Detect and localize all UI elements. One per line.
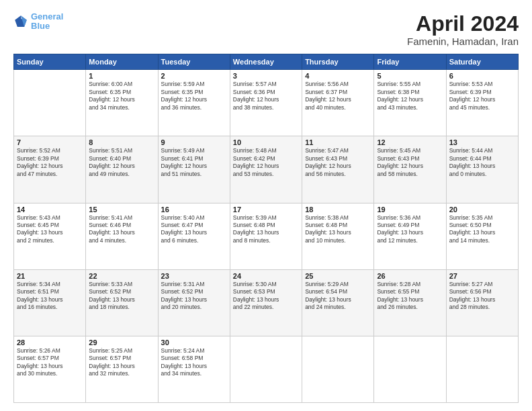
table-row: 14Sunrise: 5:43 AMSunset: 6:45 PMDayligh…	[14, 203, 86, 269]
table-row: 26Sunrise: 5:28 AMSunset: 6:55 PMDayligh…	[374, 269, 446, 336]
logo-icon	[13, 14, 28, 29]
day-info: Sunrise: 5:49 AMSunset: 6:41 PMDaylight:…	[161, 147, 227, 178]
table-row: 27Sunrise: 5:27 AMSunset: 6:56 PMDayligh…	[446, 269, 518, 336]
day-info: Sunrise: 5:31 AMSunset: 6:52 PMDaylight:…	[161, 281, 227, 312]
day-info: Sunrise: 5:39 AMSunset: 6:48 PMDaylight:…	[233, 214, 299, 245]
day-number: 10	[233, 138, 299, 146]
day-number: 27	[449, 272, 515, 280]
table-row: 19Sunrise: 5:36 AMSunset: 6:49 PMDayligh…	[374, 203, 446, 269]
table-row: 24Sunrise: 5:30 AMSunset: 6:53 PMDayligh…	[230, 269, 302, 336]
th-tuesday: Tuesday	[158, 54, 230, 70]
day-number: 1	[89, 72, 154, 80]
day-number: 23	[161, 272, 227, 280]
logo: General Blue	[13, 12, 63, 32]
table-row: 29Sunrise: 5:25 AMSunset: 6:57 PMDayligh…	[86, 336, 158, 402]
calendar-week-row: 1Sunrise: 6:00 AMSunset: 6:35 PMDaylight…	[14, 70, 519, 136]
table-row: 17Sunrise: 5:39 AMSunset: 6:48 PMDayligh…	[230, 203, 302, 269]
day-number: 22	[89, 272, 154, 280]
day-info: Sunrise: 5:24 AMSunset: 6:58 PMDaylight:…	[161, 347, 227, 378]
table-row: 11Sunrise: 5:47 AMSunset: 6:43 PMDayligh…	[302, 136, 374, 203]
table-row: 4Sunrise: 5:56 AMSunset: 6:37 PMDaylight…	[302, 70, 374, 136]
day-number: 3	[233, 72, 299, 80]
day-info: Sunrise: 5:38 AMSunset: 6:48 PMDaylight:…	[305, 214, 371, 245]
logo-line1: General	[31, 11, 63, 21]
day-number: 19	[377, 205, 443, 214]
day-info: Sunrise: 5:36 AMSunset: 6:49 PMDaylight:…	[377, 214, 443, 245]
day-info: Sunrise: 5:30 AMSunset: 6:53 PMDaylight:…	[233, 281, 299, 312]
day-info: Sunrise: 5:44 AMSunset: 6:44 PMDaylight:…	[449, 147, 515, 178]
title-block: April 2024 Famenin, Hamadan, Iran	[407, 12, 519, 47]
day-info: Sunrise: 5:51 AMSunset: 6:40 PMDaylight:…	[89, 147, 154, 178]
th-monday: Monday	[86, 54, 158, 70]
day-info: Sunrise: 5:43 AMSunset: 6:45 PMDaylight:…	[17, 214, 83, 245]
day-number: 5	[377, 72, 443, 80]
day-info: Sunrise: 5:34 AMSunset: 6:51 PMDaylight:…	[17, 281, 83, 312]
day-info: Sunrise: 5:53 AMSunset: 6:39 PMDaylight:…	[449, 81, 515, 111]
header: General Blue April 2024 Famenin, Hamadan…	[13, 12, 519, 47]
calendar-week-row: 14Sunrise: 5:43 AMSunset: 6:45 PMDayligh…	[14, 203, 519, 269]
day-info: Sunrise: 5:41 AMSunset: 6:46 PMDaylight:…	[89, 214, 154, 245]
table-row: 15Sunrise: 5:41 AMSunset: 6:46 PMDayligh…	[86, 203, 158, 269]
day-number: 16	[161, 205, 227, 214]
day-number: 7	[17, 138, 83, 146]
table-row	[14, 70, 86, 136]
day-info: Sunrise: 5:57 AMSunset: 6:36 PMDaylight:…	[233, 81, 299, 111]
table-row: 6Sunrise: 5:53 AMSunset: 6:39 PMDaylight…	[446, 70, 518, 136]
day-number: 8	[89, 138, 154, 146]
table-row: 10Sunrise: 5:48 AMSunset: 6:42 PMDayligh…	[230, 136, 302, 203]
day-info: Sunrise: 5:27 AMSunset: 6:56 PMDaylight:…	[449, 281, 515, 312]
day-info: Sunrise: 5:59 AMSunset: 6:35 PMDaylight:…	[161, 81, 227, 111]
day-number: 30	[161, 338, 227, 347]
day-number: 4	[305, 72, 371, 80]
th-saturday: Saturday	[446, 54, 518, 70]
table-row: 8Sunrise: 5:51 AMSunset: 6:40 PMDaylight…	[86, 136, 158, 203]
day-number: 6	[449, 72, 515, 80]
day-info: Sunrise: 5:29 AMSunset: 6:54 PMDaylight:…	[305, 281, 371, 312]
table-row: 21Sunrise: 5:34 AMSunset: 6:51 PMDayligh…	[14, 269, 86, 336]
calendar-week-row: 21Sunrise: 5:34 AMSunset: 6:51 PMDayligh…	[14, 269, 519, 336]
table-row: 28Sunrise: 5:26 AMSunset: 6:57 PMDayligh…	[14, 336, 86, 402]
day-info: Sunrise: 5:52 AMSunset: 6:39 PMDaylight:…	[17, 147, 83, 178]
calendar-week-row: 28Sunrise: 5:26 AMSunset: 6:57 PMDayligh…	[14, 336, 519, 402]
th-wednesday: Wednesday	[230, 54, 302, 70]
table-row	[374, 336, 446, 402]
page: General Blue April 2024 Famenin, Hamadan…	[0, 0, 532, 411]
day-info: Sunrise: 5:40 AMSunset: 6:47 PMDaylight:…	[161, 214, 227, 245]
page-subtitle: Famenin, Hamadan, Iran	[407, 36, 519, 47]
table-row: 12Sunrise: 5:45 AMSunset: 6:43 PMDayligh…	[374, 136, 446, 203]
day-number: 25	[305, 272, 371, 280]
th-sunday: Sunday	[14, 54, 86, 70]
table-row: 1Sunrise: 6:00 AMSunset: 6:35 PMDaylight…	[86, 70, 158, 136]
day-info: Sunrise: 5:56 AMSunset: 6:37 PMDaylight:…	[305, 81, 371, 111]
day-info: Sunrise: 5:45 AMSunset: 6:43 PMDaylight:…	[377, 147, 443, 178]
day-info: Sunrise: 5:35 AMSunset: 6:50 PMDaylight:…	[449, 214, 515, 245]
day-info: Sunrise: 5:26 AMSunset: 6:57 PMDaylight:…	[17, 347, 83, 378]
table-row: 13Sunrise: 5:44 AMSunset: 6:44 PMDayligh…	[446, 136, 518, 203]
day-number: 21	[17, 272, 83, 280]
day-info: Sunrise: 5:47 AMSunset: 6:43 PMDaylight:…	[305, 147, 371, 178]
table-row: 22Sunrise: 5:33 AMSunset: 6:52 PMDayligh…	[86, 269, 158, 336]
day-number: 9	[161, 138, 227, 146]
day-info: Sunrise: 5:25 AMSunset: 6:57 PMDaylight:…	[89, 347, 154, 378]
day-number: 18	[305, 205, 371, 214]
day-info: Sunrise: 5:55 AMSunset: 6:38 PMDaylight:…	[377, 81, 443, 111]
table-row: 25Sunrise: 5:29 AMSunset: 6:54 PMDayligh…	[302, 269, 374, 336]
table-row	[302, 336, 374, 402]
day-number: 20	[449, 205, 515, 214]
th-friday: Friday	[374, 54, 446, 70]
day-number: 14	[17, 205, 83, 214]
day-number: 15	[89, 205, 154, 214]
table-row	[446, 336, 518, 402]
table-row: 9Sunrise: 5:49 AMSunset: 6:41 PMDaylight…	[158, 136, 230, 203]
day-number: 17	[233, 205, 299, 214]
table-row: 5Sunrise: 5:55 AMSunset: 6:38 PMDaylight…	[374, 70, 446, 136]
table-row: 3Sunrise: 5:57 AMSunset: 6:36 PMDaylight…	[230, 70, 302, 136]
th-thursday: Thursday	[302, 54, 374, 70]
table-row: 18Sunrise: 5:38 AMSunset: 6:48 PMDayligh…	[302, 203, 374, 269]
logo-line2: Blue	[31, 21, 50, 31]
day-number: 24	[233, 272, 299, 280]
day-number: 28	[17, 338, 83, 347]
table-row: 7Sunrise: 5:52 AMSunset: 6:39 PMDaylight…	[14, 136, 86, 203]
table-row: 30Sunrise: 5:24 AMSunset: 6:58 PMDayligh…	[158, 336, 230, 402]
day-number: 11	[305, 138, 371, 146]
